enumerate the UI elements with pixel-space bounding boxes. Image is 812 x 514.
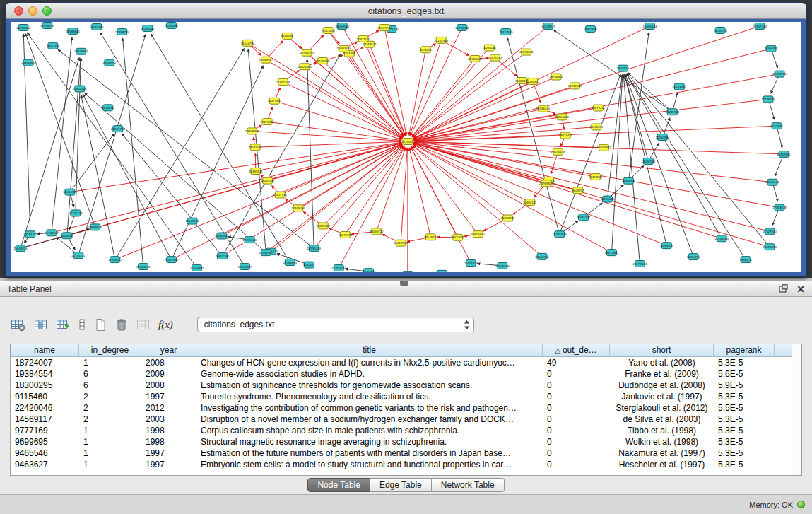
cell-out_de[interactable]: 0	[543, 391, 610, 402]
graph-node[interactable]: 15628315	[13, 245, 28, 252]
table-row[interactable]: 946554611997Estimation of the future num…	[11, 448, 792, 459]
graph-edge[interactable]	[115, 144, 402, 259]
graph-node[interactable]: 22093780	[772, 71, 787, 77]
graph-edge[interactable]	[58, 49, 314, 248]
cell-name[interactable]: 14569117	[11, 414, 79, 425]
graph-node[interactable]: 23769929	[539, 180, 553, 187]
cell-title[interactable]: Estimation of the future numbers of pati…	[196, 448, 543, 459]
graph-node[interactable]: 12176774	[761, 96, 775, 103]
graph-node[interactable]: 22527050	[763, 228, 777, 235]
graph-node[interactable]: 21807344	[753, 23, 767, 29]
column-header-short[interactable]: short	[610, 344, 714, 357]
cell-name[interactable]: 9777169	[11, 425, 79, 436]
graph-node[interactable]: 23884213	[555, 114, 569, 120]
column-header-name[interactable]: name	[11, 344, 79, 357]
cell-in_degree[interactable]: 1	[79, 425, 141, 436]
cell-out_de[interactable]: 0	[543, 425, 610, 436]
graph-node[interactable]: 13275164	[488, 54, 502, 61]
graph-node[interactable]: 9866276	[740, 257, 753, 263]
cell-short[interactable]: Dudbridge et al. (2008)	[610, 380, 714, 391]
cell-short[interactable]: Wolkin et al. (1998)	[610, 436, 714, 448]
cell-out_de[interactable]: 0	[543, 436, 610, 448]
column-header-out_de[interactable]: △ out_de…	[543, 344, 610, 357]
float-panel-icon[interactable]	[779, 283, 788, 296]
graph-node[interactable]: 11547240	[377, 24, 392, 30]
window-titlebar[interactable]: × − + citations_edges.txt	[6, 3, 806, 19]
graph-node[interactable]: 17332429	[553, 231, 567, 238]
graph-node[interactable]: 23214471	[23, 231, 37, 238]
graph-edge[interactable]	[414, 99, 768, 141]
graph-edge[interactable]	[267, 122, 401, 141]
graph-node[interactable]: 19073433	[558, 132, 572, 139]
cell-year[interactable]: 1998	[141, 425, 196, 436]
graph-edge[interactable]	[626, 74, 722, 238]
panel-resize-handle[interactable]	[400, 281, 408, 286]
table-row[interactable]: 946362711997Embryonic stem cells: a mode…	[11, 459, 792, 470]
graph-node[interactable]: 17327549	[499, 28, 513, 35]
graph-edge[interactable]	[70, 142, 401, 192]
graph-node[interactable]: 18070700	[642, 158, 656, 164]
cell-in_degree[interactable]: 6	[79, 380, 141, 391]
column-chooser-button[interactable]	[33, 317, 49, 332]
graph-edge[interactable]	[414, 144, 722, 239]
graph-node[interactable]: 21252594	[434, 37, 448, 43]
graph-node[interactable]: 16386538	[316, 223, 330, 229]
new-document-button[interactable]	[93, 317, 107, 332]
graph-node[interactable]: 10769024	[16, 24, 30, 30]
graph-node[interactable]: 18673961	[605, 250, 619, 256]
graph-node[interactable]: 13435994	[666, 109, 680, 115]
graph-node[interactable]: 18084444	[643, 23, 657, 29]
graph-node[interactable]: 23802428	[73, 86, 87, 92]
graph-node[interactable]: 23227852	[165, 257, 179, 263]
graph-node[interactable]: 9574057	[420, 47, 433, 53]
graph-node[interactable]: 13979117	[238, 264, 252, 270]
graph-node[interactable]: 14144790	[241, 40, 255, 46]
graph-node[interactable]: 9409257	[572, 187, 584, 194]
graph-node[interactable]: 20131603	[714, 235, 729, 242]
cell-name[interactable]: 9463627	[11, 459, 79, 470]
tab-edge-table[interactable]: Edge Table	[370, 478, 432, 492]
graph-node[interactable]: 21232026	[568, 83, 582, 89]
graph-node[interactable]: 13259337	[526, 78, 540, 84]
graph-edge[interactable]	[625, 74, 694, 257]
cell-out_de[interactable]: 0	[543, 368, 610, 380]
cell-pagerank[interactable]: 5.3E-5	[714, 357, 775, 368]
graph-edge[interactable]	[412, 58, 495, 137]
graph-node[interactable]: 23978146	[243, 237, 257, 243]
graph-edge[interactable]	[255, 141, 401, 147]
delete-button[interactable]	[114, 317, 129, 332]
cell-short[interactable]: Franke et al. (2009)	[610, 368, 714, 380]
cell-short[interactable]: Jankovic et al. (1997)	[610, 391, 714, 402]
cell-pagerank[interactable]: 5.3E-5	[714, 391, 775, 402]
graph-node[interactable]: 15917335	[273, 192, 287, 198]
table-selector-dropdown[interactable]: citations_edges.txt	[197, 317, 474, 332]
graph-edge[interactable]	[123, 38, 143, 267]
cell-in_degree[interactable]: 1	[79, 357, 141, 368]
graph-edge[interactable]	[283, 82, 402, 139]
graph-node[interactable]: 14266266	[141, 25, 155, 31]
graph-node[interactable]: 13031581	[259, 250, 273, 256]
cell-year[interactable]: 1997	[141, 391, 196, 402]
graph-node[interactable]: 11193799	[316, 57, 329, 64]
cell-title[interactable]: Disruption of a novel member of a sodium…	[196, 414, 543, 425]
graph-edge[interactable]	[20, 57, 79, 248]
graph-node[interactable]: 12377933	[268, 98, 282, 104]
graph-node[interactable]: 11549519	[185, 218, 199, 224]
graph-node[interactable]: 18672635	[451, 234, 465, 240]
graph-node[interactable]: 10694241	[523, 199, 537, 206]
graph-node[interactable]: 20135257	[577, 214, 591, 221]
graph-node[interactable]: 18736439	[307, 245, 321, 252]
cell-title[interactable]: Changes of HCN gene expression and I(f) …	[196, 357, 543, 368]
graph-node[interactable]: 16310020	[332, 265, 346, 271]
cell-year[interactable]: 1998	[141, 436, 196, 448]
graph-edge[interactable]	[409, 148, 430, 237]
vertical-scrollbar[interactable]	[792, 344, 801, 475]
graph-node[interactable]: 18069720	[370, 228, 384, 235]
graph-node[interactable]: 9973503	[617, 65, 630, 71]
graph-node[interactable]: 16724110	[687, 254, 701, 260]
cell-in_degree[interactable]: 1	[79, 448, 141, 459]
graph-node[interactable]: 19168988	[245, 128, 259, 134]
graph-node[interactable]: 12860836	[584, 25, 598, 32]
cell-in_degree[interactable]: 6	[79, 368, 141, 380]
graph-node[interactable]: 11905995	[622, 177, 636, 184]
